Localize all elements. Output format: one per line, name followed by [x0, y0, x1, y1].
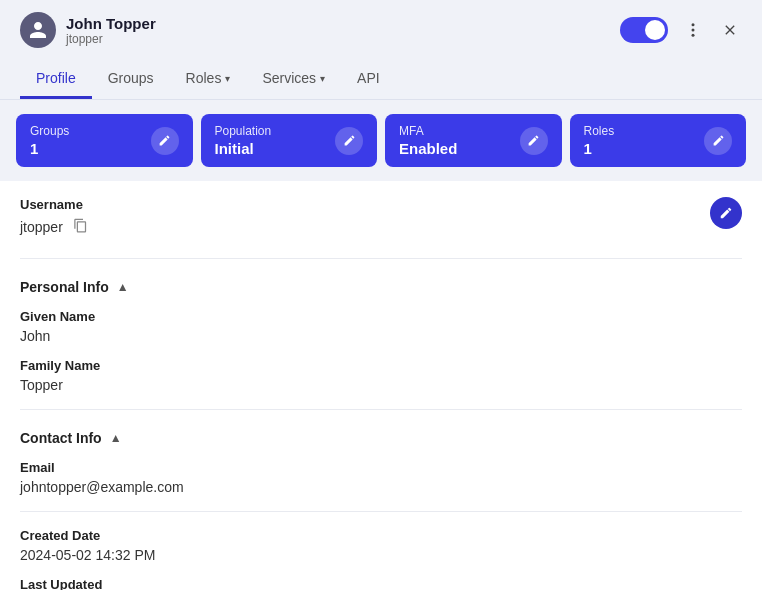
services-chevron-icon: ▾: [320, 73, 325, 84]
edit-profile-button[interactable]: [710, 197, 742, 229]
tab-groups[interactable]: Groups: [92, 60, 170, 99]
close-button[interactable]: [718, 18, 742, 42]
nav-tabs: Profile Groups Roles ▾ Services ▾ API: [0, 60, 762, 100]
email-field: Email johntopper@example.com: [20, 460, 742, 495]
header-left: John Topper jtopper: [20, 12, 156, 48]
population-card: Population Initial: [201, 114, 378, 167]
svg-point-1: [692, 29, 695, 32]
svg-point-2: [692, 34, 695, 37]
cards-row: Groups 1 Population Initial MFA Enabled: [0, 100, 762, 181]
last-updated-label: Last Updated: [20, 577, 742, 590]
population-card-edit-button[interactable]: [335, 127, 363, 155]
divider-1: [20, 258, 742, 259]
header: John Topper jtopper: [0, 0, 762, 60]
family-name-field: Family Name Topper: [20, 358, 742, 393]
tab-api[interactable]: API: [341, 60, 396, 99]
svg-point-0: [692, 23, 695, 26]
population-card-value: Initial: [215, 140, 272, 157]
status-toggle[interactable]: [620, 17, 668, 43]
groups-card-edit-button[interactable]: [151, 127, 179, 155]
more-options-button[interactable]: [680, 17, 706, 43]
created-date-label: Created Date: [20, 528, 742, 543]
tab-roles[interactable]: Roles ▾: [170, 60, 247, 99]
divider-3: [20, 511, 742, 512]
copy-username-button[interactable]: [71, 216, 90, 238]
avatar: [20, 12, 56, 48]
mfa-card-label: MFA: [399, 124, 457, 138]
tab-profile[interactable]: Profile: [20, 60, 92, 99]
username-section: Username jtopper: [20, 197, 742, 238]
given-name-label: Given Name: [20, 309, 742, 324]
family-name-value: Topper: [20, 377, 742, 393]
groups-card-value: 1: [30, 140, 69, 157]
roles-card-value: 1: [584, 140, 615, 157]
roles-card-label: Roles: [584, 124, 615, 138]
email-value: johntopper@example.com: [20, 479, 742, 495]
mfa-card-edit-button[interactable]: [520, 127, 548, 155]
contact-info-header: Contact Info ▲: [20, 426, 742, 446]
tab-services[interactable]: Services ▾: [246, 60, 341, 99]
user-info: John Topper jtopper: [66, 15, 156, 46]
roles-card-edit-button[interactable]: [704, 127, 732, 155]
mfa-card-value: Enabled: [399, 140, 457, 157]
given-name-field: Given Name John: [20, 309, 742, 344]
last-updated-field: Last Updated 2024-05-02 14:33 PM: [20, 577, 742, 590]
roles-card: Roles 1: [570, 114, 747, 167]
family-name-label: Family Name: [20, 358, 742, 373]
groups-card: Groups 1: [16, 114, 193, 167]
profile-content: Username jtopper Personal Info ▲: [0, 181, 762, 590]
personal-info-header: Personal Info ▲: [20, 275, 742, 295]
divider-2: [20, 409, 742, 410]
created-date-field: Created Date 2024-05-02 14:32 PM: [20, 528, 742, 563]
username-label: Username: [20, 197, 90, 212]
groups-card-label: Groups: [30, 124, 69, 138]
population-card-label: Population: [215, 124, 272, 138]
email-label: Email: [20, 460, 742, 475]
mfa-card: MFA Enabled: [385, 114, 562, 167]
contact-info-chevron-icon: ▲: [110, 431, 122, 445]
personal-info-title: Personal Info: [20, 279, 109, 295]
given-name-value: John: [20, 328, 742, 344]
user-handle: jtopper: [66, 32, 156, 46]
header-right: [620, 17, 742, 43]
user-name: John Topper: [66, 15, 156, 32]
created-date-value: 2024-05-02 14:32 PM: [20, 547, 742, 563]
username-value: jtopper: [20, 219, 63, 235]
roles-chevron-icon: ▾: [225, 73, 230, 84]
personal-info-chevron-icon: ▲: [117, 280, 129, 294]
app-window: John Topper jtopper Profile Groups: [0, 0, 762, 590]
contact-info-title: Contact Info: [20, 430, 102, 446]
